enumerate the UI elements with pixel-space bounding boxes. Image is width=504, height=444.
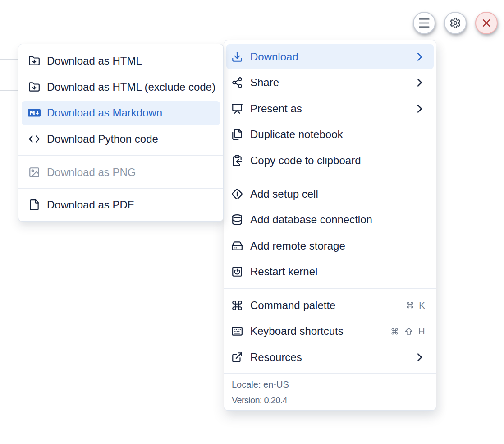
version-text: Version: 0.20.4 xyxy=(232,395,287,406)
menu-item-download-as-html-exclude-code[interactable]: Download as HTML (exclude code) xyxy=(22,75,220,99)
presentation-icon xyxy=(231,103,243,115)
menu-item-label: Download Python code xyxy=(47,134,158,144)
menu-item-share[interactable]: Share xyxy=(226,70,434,95)
code-icon xyxy=(28,133,41,145)
menu-item-command-palette[interactable]: Command palette K xyxy=(226,293,434,318)
menu-item-add-setup-cell[interactable]: Add setup cell xyxy=(226,181,434,206)
menu-item-label: Download xyxy=(250,51,298,62)
menu-item-label: Copy code to clipboard xyxy=(250,155,361,166)
menu-item-label: Duplicate notebook xyxy=(250,129,343,140)
image-icon xyxy=(28,166,41,178)
menu-item-label: Download as HTML (exclude code) xyxy=(47,82,215,92)
separator xyxy=(224,288,436,289)
menu-item-download-as-html[interactable]: Download as HTML xyxy=(22,49,220,73)
keyboard-shortcut: H xyxy=(391,327,425,336)
menu-item-label: Download as HTML xyxy=(47,56,142,66)
shutdown-button[interactable] xyxy=(475,12,498,34)
hamburger-icon xyxy=(418,17,430,29)
menu-item-download-python-code[interactable]: Download Python code xyxy=(22,127,220,151)
menu-item-restart-kernel[interactable]: Restart kernel xyxy=(226,259,434,284)
menu-item-duplicate-notebook[interactable]: Duplicate notebook xyxy=(226,122,434,147)
square-power-icon xyxy=(231,266,243,278)
menu-item-label: Add setup cell xyxy=(250,189,318,199)
chevron-right-icon xyxy=(413,102,426,116)
gear-icon xyxy=(449,17,461,29)
menu-item-label: Restart kernel xyxy=(250,266,317,277)
menu-item-label: Keyboard shortcuts xyxy=(250,326,344,337)
database-icon xyxy=(231,214,243,226)
separator xyxy=(224,177,436,177)
locale-text: Locale: en-US xyxy=(232,379,289,390)
menu-item-label: Present as xyxy=(250,103,302,114)
menu-item-add-database-connection[interactable]: Add database connection xyxy=(226,208,434,232)
folder-down-icon xyxy=(28,55,41,67)
separator xyxy=(18,188,223,189)
file-icon xyxy=(28,199,41,211)
menu-item-resources[interactable]: Resources xyxy=(226,345,434,370)
clipboard-copy-icon xyxy=(231,155,243,166)
share-icon xyxy=(231,77,243,88)
chevron-right-icon xyxy=(413,50,426,64)
shortcut-letter: K xyxy=(419,301,425,310)
menu-item-label: Download as PNG xyxy=(47,167,136,178)
cmd-key-icon xyxy=(406,301,414,309)
menu-item-label: Resources xyxy=(250,352,302,363)
menu-item-copy-code-to-clipboard[interactable]: Copy code to clipboard xyxy=(226,148,434,173)
files-icon xyxy=(231,129,243,140)
menu-item-download-as-pdf[interactable]: Download as PDF xyxy=(22,193,220,217)
menu-item-label: Share xyxy=(250,77,279,88)
shift-key-icon xyxy=(404,327,413,336)
menu-item-label: Add database connection xyxy=(250,214,372,225)
menu-item-keyboard-shortcuts[interactable]: Keyboard shortcuts H xyxy=(226,319,434,344)
menu-item-download[interactable]: Download xyxy=(226,44,434,69)
settings-button[interactable] xyxy=(444,12,467,34)
download-submenu: Download as HTML Download as HTML (exclu… xyxy=(18,44,224,222)
keyboard-shortcut: K xyxy=(406,301,425,310)
cmd-key-icon xyxy=(391,328,399,335)
menu-item-add-remote-storage[interactable]: Add remote storage xyxy=(226,233,434,258)
separator xyxy=(224,373,436,374)
menu-item-download-as-markdown[interactable]: Download as Markdown xyxy=(22,101,220,125)
cell-border-bottom xyxy=(0,90,18,91)
close-icon xyxy=(480,17,493,29)
diamond-plus-icon xyxy=(231,188,243,200)
chevron-right-icon xyxy=(413,351,426,364)
page: Download as HTML Download as HTML (exclu… xyxy=(0,0,504,444)
hard-drive-icon xyxy=(231,240,243,252)
notebook-menu-dropdown: Download Share xyxy=(224,40,436,411)
chevron-right-icon xyxy=(413,76,426,89)
folder-down-icon xyxy=(28,81,41,93)
menu-item-download-as-png[interactable]: Download as PNG xyxy=(22,161,220,185)
cell-border-top xyxy=(0,59,18,60)
menu-item-label: Command palette xyxy=(250,300,335,311)
notebook-menu-button[interactable] xyxy=(413,12,435,34)
menu-item-label: Download as PDF xyxy=(47,199,134,210)
command-icon xyxy=(231,300,243,311)
menu-item-label: Add remote storage xyxy=(250,240,345,251)
keyboard-icon xyxy=(231,325,243,337)
menu-item-label: Download as Markdown xyxy=(47,107,162,118)
download-icon xyxy=(231,51,243,63)
shortcut-letter: H xyxy=(418,327,425,336)
menu-item-present-as[interactable]: Present as xyxy=(226,96,434,121)
separator xyxy=(18,155,223,156)
markdown-icon xyxy=(28,109,41,117)
external-link-icon xyxy=(231,352,243,363)
